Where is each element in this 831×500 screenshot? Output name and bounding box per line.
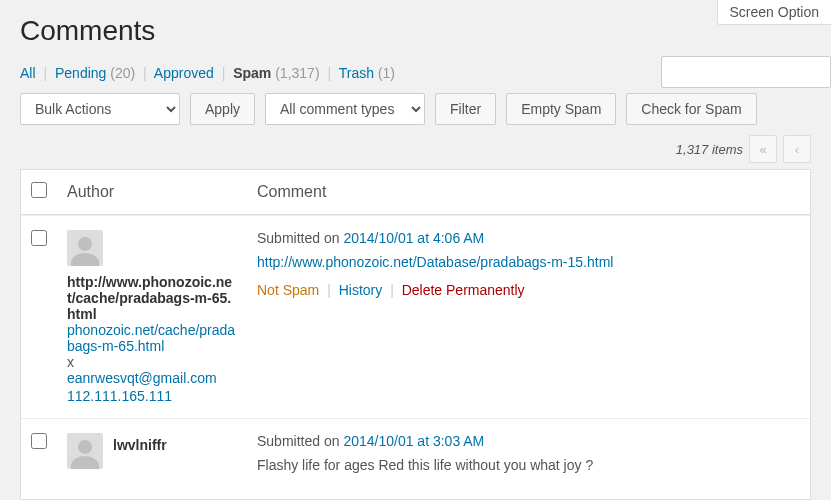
bulk-actions-select[interactable]: Bulk Actions	[20, 93, 180, 125]
submitted-prefix: Submitted on	[257, 230, 343, 246]
comment-content-link[interactable]: http://www.phonozoic.net/Database/pradab…	[257, 254, 613, 270]
submitted-date[interactable]: 2014/10/01 at 4:06 AM	[343, 230, 484, 246]
spam-count: (1,317)	[275, 65, 319, 81]
row-checkbox[interactable]	[31, 433, 47, 449]
search-input[interactable]	[661, 56, 831, 88]
filter-spam[interactable]: Spam	[233, 65, 271, 81]
apply-button[interactable]: Apply	[190, 93, 255, 125]
separator: |	[323, 282, 335, 298]
comment-types-select[interactable]: All comment types	[265, 93, 425, 125]
comments-table: Author Comment http://www.phonozoic.net/…	[20, 169, 811, 500]
filter-trash[interactable]: Trash	[339, 65, 374, 81]
filter-all[interactable]: All	[20, 65, 36, 81]
row-actions: Not Spam | History | Delete Permanently	[257, 282, 800, 298]
comment-text: Flashy life for ages Red this life witho…	[257, 457, 593, 473]
column-header-comment: Comment	[247, 170, 810, 215]
author-name: lwvlniffr	[113, 437, 167, 453]
not-spam-action[interactable]: Not Spam	[257, 282, 319, 298]
row-checkbox[interactable]	[31, 230, 47, 246]
submitted-prefix: Submitted on	[257, 433, 343, 449]
pagination: 1,317 items « ‹	[20, 135, 811, 163]
separator: |	[218, 65, 230, 81]
author-email-link[interactable]: eanrwesvqt@gmail.com	[67, 370, 237, 386]
screen-options-button[interactable]: Screen Option	[717, 0, 832, 25]
submitted-on: Submitted on 2014/10/01 at 3:03 AM	[257, 433, 800, 449]
unsubscribe-x[interactable]: x	[67, 354, 237, 370]
author-url-link[interactable]: phonozoic.net/cache/pradabags-m-65.html	[67, 322, 237, 354]
prev-page-button[interactable]: ‹	[783, 135, 811, 163]
separator: |	[139, 65, 151, 81]
first-page-button[interactable]: «	[749, 135, 777, 163]
filter-approved[interactable]: Approved	[154, 65, 214, 81]
column-header-author: Author	[57, 170, 247, 215]
delete-action[interactable]: Delete Permanently	[402, 282, 525, 298]
empty-spam-button[interactable]: Empty Spam	[506, 93, 616, 125]
table-row: lwvlniffr Submitted on 2014/10/01 at 3:0…	[21, 418, 810, 499]
check-spam-button[interactable]: Check for Spam	[626, 93, 756, 125]
items-count: 1,317 items	[676, 142, 743, 157]
page-title: Comments	[20, 0, 811, 57]
history-action[interactable]: History	[339, 282, 383, 298]
avatar	[67, 433, 103, 469]
separator: |	[323, 65, 335, 81]
submitted-date[interactable]: 2014/10/01 at 3:03 AM	[343, 433, 484, 449]
author-name: http://www.phonozoic.net/cache/pradabags…	[67, 274, 237, 322]
separator: |	[39, 65, 51, 81]
trash-count: (1)	[378, 65, 395, 81]
avatar	[67, 230, 103, 266]
pending-count: (20)	[110, 65, 135, 81]
filter-button[interactable]: Filter	[435, 93, 496, 125]
select-all-checkbox[interactable]	[31, 182, 47, 198]
filter-pending[interactable]: Pending	[55, 65, 106, 81]
toolbar: Bulk Actions Apply All comment types Fil…	[20, 93, 811, 125]
search-box	[661, 56, 831, 88]
table-row: http://www.phonozoic.net/cache/pradabags…	[21, 215, 810, 418]
author-ip[interactable]: 112.111.165.111	[67, 388, 237, 404]
separator: |	[386, 282, 398, 298]
submitted-on: Submitted on 2014/10/01 at 4:06 AM	[257, 230, 800, 246]
